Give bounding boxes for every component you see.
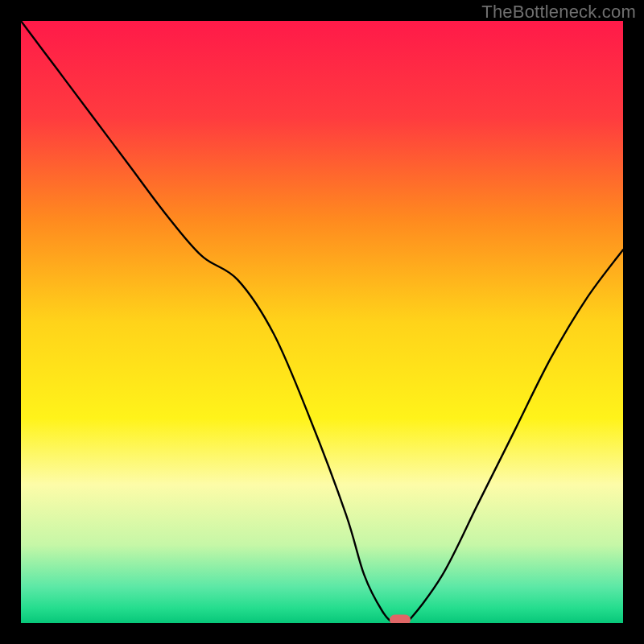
chart-frame: TheBottleneck.com xyxy=(0,0,644,644)
plot-area xyxy=(21,21,623,623)
optimal-marker xyxy=(390,615,411,624)
watermark-text: TheBottleneck.com xyxy=(481,2,636,23)
bottleneck-curve xyxy=(21,21,623,623)
